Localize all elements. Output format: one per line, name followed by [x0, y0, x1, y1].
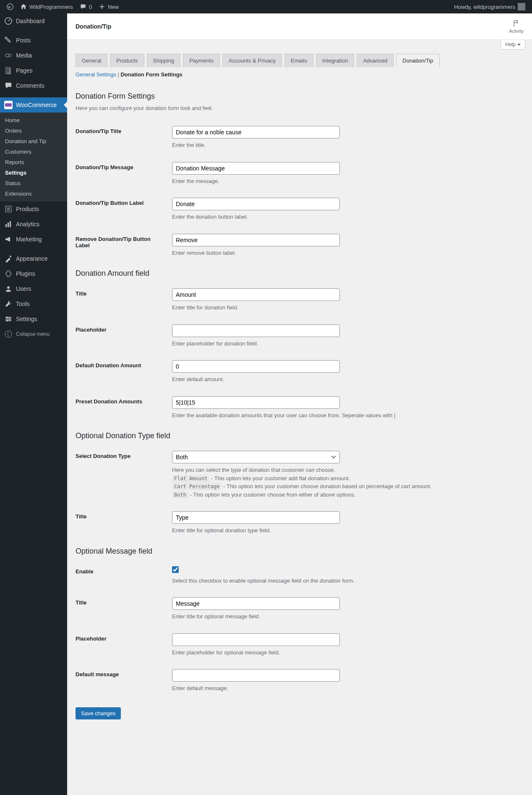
- svg-rect-10: [10, 221, 11, 227]
- help-button[interactable]: Help: [501, 40, 525, 50]
- howdy[interactable]: Howdy, wildprogrammers: [451, 0, 529, 13]
- tab-products[interactable]: Products: [110, 54, 144, 67]
- submenu-settings[interactable]: Settings: [0, 167, 67, 178]
- new-content[interactable]: New: [95, 0, 122, 13]
- menu-tools[interactable]: Tools: [0, 296, 67, 311]
- help-dtype-title: Enter title for optional donation type f…: [172, 526, 519, 535]
- label-amt-default: Default Donation Amount: [76, 354, 168, 390]
- svg-point-17: [9, 318, 10, 320]
- input-amt-title[interactable]: [172, 288, 340, 301]
- help-amt-title: Enter title for donation field.: [172, 303, 519, 312]
- svg-point-11: [10, 256, 11, 257]
- submenu-reports[interactable]: Reports: [0, 157, 67, 167]
- menu-settings[interactable]: Settings: [0, 311, 67, 327]
- chevron-down-icon: [517, 44, 521, 46]
- help-amt-default: Enter default amount.: [172, 375, 519, 384]
- sub-nav: General Settings | Donation Form Setting…: [67, 67, 532, 82]
- help-btnlabel: Enter the donation button label.: [172, 213, 519, 221]
- svg-rect-5: [5, 103, 12, 107]
- submenu-donation[interactable]: Donation and Tip: [0, 136, 67, 146]
- input-dtype-title[interactable]: [172, 511, 340, 524]
- help-dtype: Here you can select the type of donation…: [172, 466, 519, 499]
- help-amt-ph: Enter placeholder for donation field.: [172, 340, 519, 348]
- tab-payments[interactable]: Payments: [183, 54, 220, 67]
- save-button[interactable]: Save changes: [76, 707, 121, 719]
- svg-point-0: [7, 4, 13, 10]
- input-message[interactable]: [172, 162, 340, 175]
- menu-marketing[interactable]: Marketing: [0, 232, 67, 247]
- input-amt-ph[interactable]: [172, 324, 340, 337]
- input-amt-default[interactable]: [172, 360, 340, 373]
- menu-pages[interactable]: Pages: [0, 63, 67, 78]
- tab-shipping[interactable]: Shipping: [147, 54, 181, 67]
- menu-products[interactable]: Products: [0, 201, 67, 217]
- activity-button[interactable]: Activity: [509, 19, 524, 34]
- help-msg-ph: Enter placeholder for optional message f…: [172, 649, 519, 657]
- submenu-home[interactable]: Home: [0, 115, 67, 126]
- label-amt-title: Title: [76, 282, 168, 318]
- input-msg-title[interactable]: [172, 597, 340, 610]
- help-msg-title: Enter title for optional message field.: [172, 612, 519, 621]
- label-title: Donation/Tip Title: [76, 120, 168, 156]
- label-removebtn: Remove Donation/Tip Button Label: [76, 228, 168, 264]
- section-form-title: Donation Form Settings: [76, 92, 524, 101]
- svg-point-12: [7, 286, 10, 289]
- label-dtype: Select Donation Type: [76, 445, 168, 505]
- svg-rect-8: [5, 224, 7, 227]
- svg-point-2: [5, 54, 9, 57]
- submenu-orders[interactable]: Orders: [0, 126, 67, 136]
- page-header: Donation/Tip Activity: [67, 13, 532, 40]
- label-dtype-title: Title: [76, 505, 168, 541]
- site-name[interactable]: WildProgrammers: [17, 0, 76, 13]
- submenu-customers[interactable]: Customers: [0, 146, 67, 157]
- menu-users[interactable]: Users: [0, 281, 67, 296]
- settings-tabs: General Products Shipping Payments Accou…: [67, 50, 532, 67]
- page-title: Donation/Tip: [76, 23, 111, 30]
- checkbox-msg-enable[interactable]: [172, 566, 179, 573]
- svg-rect-7: [7, 207, 10, 211]
- help-removebtn: Enter remove button label.: [172, 249, 519, 257]
- tab-integration[interactable]: Integration: [316, 54, 354, 67]
- input-title[interactable]: [172, 126, 340, 139]
- label-msg-default: Default message: [76, 663, 168, 699]
- svg-point-16: [6, 316, 8, 318]
- input-removebtn[interactable]: [172, 234, 340, 246]
- menu-media[interactable]: Media: [0, 48, 67, 63]
- input-msg-default[interactable]: [172, 669, 340, 682]
- submenu-status[interactable]: Status: [0, 178, 67, 188]
- comments-link[interactable]: 0: [76, 0, 95, 13]
- input-msg-ph[interactable]: [172, 633, 340, 646]
- select-dtype[interactable]: Both: [172, 451, 340, 463]
- admin-menu: Dashboard Posts Media Pages Comments Woo…: [0, 13, 67, 795]
- menu-dashboard[interactable]: Dashboard: [0, 13, 67, 29]
- label-amt-ph: Placeholder: [76, 318, 168, 354]
- tab-general[interactable]: General: [76, 54, 107, 67]
- menu-collapse[interactable]: Collapse menu: [0, 327, 67, 342]
- submenu-extensions[interactable]: Extensions: [0, 188, 67, 199]
- menu-comments[interactable]: Comments: [0, 78, 67, 93]
- menu-plugins[interactable]: Plugins: [0, 266, 67, 281]
- help-msg-enable: Select this checkbox to enable optional …: [172, 577, 519, 585]
- help-title: Enter the title.: [172, 141, 519, 149]
- tab-emails[interactable]: Emails: [284, 54, 313, 67]
- section-amount-title: Donation Amount field: [76, 269, 524, 278]
- input-preset[interactable]: [172, 396, 340, 409]
- menu-analytics[interactable]: Analytics: [0, 217, 67, 232]
- label-msg-enable: Enable: [76, 560, 168, 591]
- tab-accounts[interactable]: Accounts & Privacy: [222, 54, 282, 67]
- input-btnlabel[interactable]: [172, 198, 340, 210]
- svg-rect-9: [8, 222, 9, 227]
- tab-advanced[interactable]: Advanced: [357, 54, 394, 67]
- label-preset: Preset Donation Amounts: [76, 390, 168, 426]
- help-msg-default: Enter default message.: [172, 684, 519, 693]
- menu-woocommerce[interactable]: WooCommerce: [0, 97, 67, 112]
- tab-donation[interactable]: Donation/Tip: [396, 54, 439, 68]
- flag-icon: [512, 19, 521, 28]
- subnav-current: Donation Form Settings: [120, 71, 182, 78]
- subnav-general[interactable]: General Settings: [76, 71, 116, 78]
- menu-appearance[interactable]: Appearance: [0, 251, 67, 266]
- help-preset: Enter the available donation amounts tha…: [172, 411, 519, 420]
- wp-logo[interactable]: [3, 0, 17, 13]
- avatar-icon: [518, 3, 525, 10]
- menu-posts[interactable]: Posts: [0, 33, 67, 48]
